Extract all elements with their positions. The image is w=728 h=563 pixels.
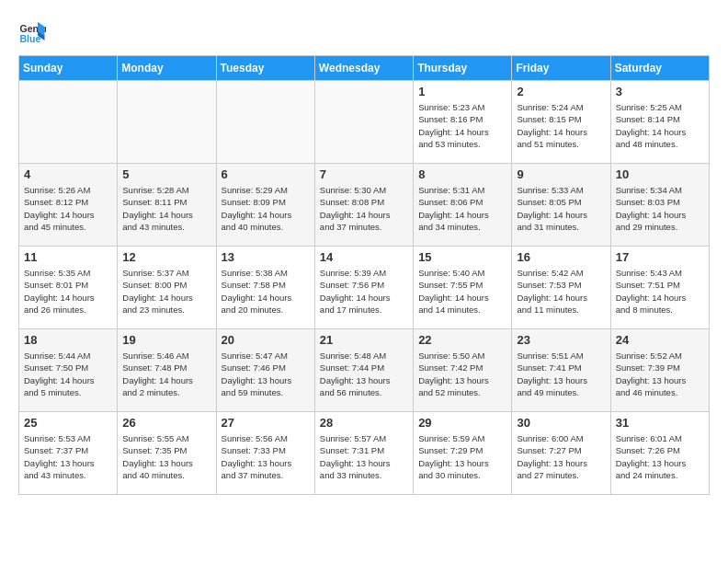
svg-text:Blue: Blue xyxy=(20,33,41,44)
calendar-cell: 3Sunrise: 5:25 AM Sunset: 8:14 PM Daylig… xyxy=(610,81,709,164)
calendar-cell: 10Sunrise: 5:34 AM Sunset: 8:03 PM Dayli… xyxy=(610,164,709,247)
calendar-cell: 17Sunrise: 5:43 AM Sunset: 7:51 PM Dayli… xyxy=(610,247,709,329)
day-number: 14 xyxy=(320,250,408,264)
day-info: Sunrise: 6:00 AM Sunset: 7:27 PM Dayligh… xyxy=(517,432,605,481)
calendar-week-1: 1Sunrise: 5:23 AM Sunset: 8:16 PM Daylig… xyxy=(19,81,710,164)
day-number: 10 xyxy=(616,167,704,181)
day-header-friday: Friday xyxy=(512,56,610,81)
day-info: Sunrise: 6:01 AM Sunset: 7:26 PM Dayligh… xyxy=(616,432,704,481)
day-info: Sunrise: 5:26 AM Sunset: 8:12 PM Dayligh… xyxy=(24,184,112,233)
day-number: 15 xyxy=(418,250,506,264)
day-number: 20 xyxy=(222,333,310,347)
day-info: Sunrise: 5:51 AM Sunset: 7:41 PM Dayligh… xyxy=(517,350,605,398)
calendar-cell: 15Sunrise: 5:40 AM Sunset: 7:55 PM Dayli… xyxy=(414,247,512,329)
calendar-week-3: 11Sunrise: 5:35 AM Sunset: 8:01 PM Dayli… xyxy=(19,247,710,329)
page-header: General Blue xyxy=(18,18,710,46)
calendar-cell: 27Sunrise: 5:56 AM Sunset: 7:33 PM Dayli… xyxy=(216,412,314,495)
calendar-cell: 26Sunrise: 5:55 AM Sunset: 7:35 PM Dayli… xyxy=(118,412,216,495)
calendar-cell: 20Sunrise: 5:47 AM Sunset: 7:46 PM Dayli… xyxy=(216,329,314,412)
day-number: 11 xyxy=(24,250,112,264)
calendar-cell: 12Sunrise: 5:37 AM Sunset: 8:00 PM Dayli… xyxy=(118,247,216,329)
day-header-monday: Monday xyxy=(118,56,216,81)
day-header-tuesday: Tuesday xyxy=(216,56,314,81)
day-info: Sunrise: 5:57 AM Sunset: 7:31 PM Dayligh… xyxy=(320,432,408,481)
day-header-wednesday: Wednesday xyxy=(314,56,413,81)
day-info: Sunrise: 5:29 AM Sunset: 8:09 PM Dayligh… xyxy=(222,184,310,233)
day-number: 28 xyxy=(320,416,408,430)
day-info: Sunrise: 5:33 AM Sunset: 8:05 PM Dayligh… xyxy=(517,184,605,233)
day-info: Sunrise: 5:34 AM Sunset: 8:03 PM Dayligh… xyxy=(616,184,704,233)
day-info: Sunrise: 5:31 AM Sunset: 8:06 PM Dayligh… xyxy=(418,184,506,233)
calendar-cell: 11Sunrise: 5:35 AM Sunset: 8:01 PM Dayli… xyxy=(19,247,118,329)
calendar-cell: 24Sunrise: 5:52 AM Sunset: 7:39 PM Dayli… xyxy=(610,329,709,412)
day-info: Sunrise: 5:59 AM Sunset: 7:29 PM Dayligh… xyxy=(418,432,506,481)
calendar-cell: 28Sunrise: 5:57 AM Sunset: 7:31 PM Dayli… xyxy=(314,412,413,495)
day-info: Sunrise: 5:56 AM Sunset: 7:33 PM Dayligh… xyxy=(222,432,310,481)
logo: General Blue xyxy=(18,18,46,46)
day-header-thursday: Thursday xyxy=(414,56,512,81)
day-number: 30 xyxy=(517,416,605,430)
day-info: Sunrise: 5:24 AM Sunset: 8:15 PM Dayligh… xyxy=(517,101,605,150)
calendar-cell xyxy=(314,81,413,164)
day-number: 6 xyxy=(222,167,310,181)
day-number: 31 xyxy=(616,416,704,430)
calendar-cell xyxy=(118,81,216,164)
day-info: Sunrise: 5:43 AM Sunset: 7:51 PM Dayligh… xyxy=(616,267,704,316)
calendar-cell: 6Sunrise: 5:29 AM Sunset: 8:09 PM Daylig… xyxy=(216,164,314,247)
calendar-cell: 1Sunrise: 5:23 AM Sunset: 8:16 PM Daylig… xyxy=(414,81,512,164)
day-info: Sunrise: 5:39 AM Sunset: 7:56 PM Dayligh… xyxy=(320,267,408,316)
day-number: 7 xyxy=(320,167,408,181)
calendar-table: SundayMondayTuesdayWednesdayThursdayFrid… xyxy=(18,55,710,495)
day-number: 8 xyxy=(418,167,506,181)
calendar-week-2: 4Sunrise: 5:26 AM Sunset: 8:12 PM Daylig… xyxy=(19,164,710,247)
calendar-body: 1Sunrise: 5:23 AM Sunset: 8:16 PM Daylig… xyxy=(19,81,710,495)
day-number: 13 xyxy=(222,250,310,264)
day-number: 18 xyxy=(24,333,112,347)
calendar-header-row: SundayMondayTuesdayWednesdayThursdayFrid… xyxy=(19,56,710,81)
calendar-cell: 13Sunrise: 5:38 AM Sunset: 7:58 PM Dayli… xyxy=(216,247,314,329)
day-info: Sunrise: 5:28 AM Sunset: 8:11 PM Dayligh… xyxy=(122,184,210,233)
calendar-cell: 16Sunrise: 5:42 AM Sunset: 7:53 PM Dayli… xyxy=(512,247,610,329)
calendar-cell xyxy=(216,81,314,164)
day-number: 16 xyxy=(517,250,605,264)
day-info: Sunrise: 5:37 AM Sunset: 8:00 PM Dayligh… xyxy=(122,267,210,316)
calendar-cell: 23Sunrise: 5:51 AM Sunset: 7:41 PM Dayli… xyxy=(512,329,610,412)
day-number: 22 xyxy=(418,333,506,347)
calendar-cell xyxy=(19,81,118,164)
day-number: 9 xyxy=(517,167,605,181)
day-info: Sunrise: 5:52 AM Sunset: 7:39 PM Dayligh… xyxy=(616,350,704,398)
day-info: Sunrise: 5:30 AM Sunset: 8:08 PM Dayligh… xyxy=(320,184,408,233)
day-info: Sunrise: 5:25 AM Sunset: 8:14 PM Dayligh… xyxy=(616,101,704,150)
day-info: Sunrise: 5:42 AM Sunset: 7:53 PM Dayligh… xyxy=(517,267,605,316)
day-info: Sunrise: 5:46 AM Sunset: 7:48 PM Dayligh… xyxy=(122,350,210,398)
day-number: 19 xyxy=(122,333,210,347)
day-info: Sunrise: 5:38 AM Sunset: 7:58 PM Dayligh… xyxy=(222,267,310,316)
calendar-cell: 31Sunrise: 6:01 AM Sunset: 7:26 PM Dayli… xyxy=(610,412,709,495)
calendar-cell: 30Sunrise: 6:00 AM Sunset: 7:27 PM Dayli… xyxy=(512,412,610,495)
calendar-week-4: 18Sunrise: 5:44 AM Sunset: 7:50 PM Dayli… xyxy=(19,329,710,412)
calendar-cell: 25Sunrise: 5:53 AM Sunset: 7:37 PM Dayli… xyxy=(19,412,118,495)
day-number: 2 xyxy=(517,85,605,98)
day-info: Sunrise: 5:55 AM Sunset: 7:35 PM Dayligh… xyxy=(122,432,210,481)
day-number: 27 xyxy=(222,416,310,430)
calendar-cell: 2Sunrise: 5:24 AM Sunset: 8:15 PM Daylig… xyxy=(512,81,610,164)
day-info: Sunrise: 5:53 AM Sunset: 7:37 PM Dayligh… xyxy=(24,432,112,481)
day-header-saturday: Saturday xyxy=(610,56,709,81)
day-number: 12 xyxy=(122,250,210,264)
day-number: 26 xyxy=(122,416,210,430)
day-number: 17 xyxy=(616,250,704,264)
day-info: Sunrise: 5:50 AM Sunset: 7:42 PM Dayligh… xyxy=(418,350,506,398)
calendar-cell: 5Sunrise: 5:28 AM Sunset: 8:11 PM Daylig… xyxy=(118,164,216,247)
calendar-week-5: 25Sunrise: 5:53 AM Sunset: 7:37 PM Dayli… xyxy=(19,412,710,495)
day-number: 24 xyxy=(616,333,704,347)
calendar-cell: 18Sunrise: 5:44 AM Sunset: 7:50 PM Dayli… xyxy=(19,329,118,412)
logo-icon: General Blue xyxy=(18,18,46,46)
day-header-sunday: Sunday xyxy=(19,56,118,81)
day-number: 5 xyxy=(122,167,210,181)
day-info: Sunrise: 5:35 AM Sunset: 8:01 PM Dayligh… xyxy=(24,267,112,316)
calendar-cell: 7Sunrise: 5:30 AM Sunset: 8:08 PM Daylig… xyxy=(314,164,413,247)
day-number: 23 xyxy=(517,333,605,347)
calendar-cell: 22Sunrise: 5:50 AM Sunset: 7:42 PM Dayli… xyxy=(414,329,512,412)
day-info: Sunrise: 5:44 AM Sunset: 7:50 PM Dayligh… xyxy=(24,350,112,398)
day-info: Sunrise: 5:40 AM Sunset: 7:55 PM Dayligh… xyxy=(418,267,506,316)
